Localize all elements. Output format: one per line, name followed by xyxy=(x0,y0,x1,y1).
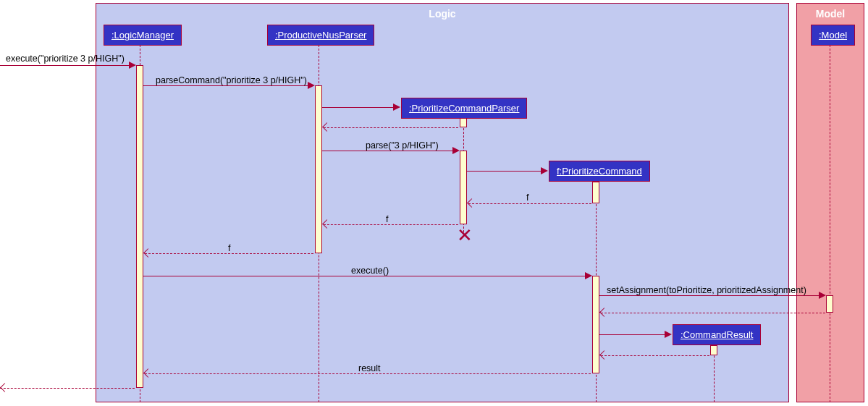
participant-label: f:PrioritizeCommand xyxy=(557,166,642,177)
msg-f1-label: f xyxy=(526,193,528,203)
participant-commandresult: :CommandResult xyxy=(673,324,761,345)
arrow-create-pcp xyxy=(322,107,399,108)
arrow-return-pcp1 xyxy=(324,127,458,128)
participant-label: :ProductiveNusParser xyxy=(275,30,366,41)
arrow-execute2 xyxy=(143,276,591,276)
arrow-create-cr xyxy=(599,334,670,335)
arrow-execute2-head xyxy=(585,272,592,279)
activation-pcp-2 xyxy=(460,151,467,224)
msg-execute-label: execute("prioritize 3 p/HIGH") xyxy=(6,54,125,64)
participant-prioritizecommandparser: :PrioritizeCommandParser xyxy=(401,98,527,119)
arrow-return-external xyxy=(0,388,135,389)
activation-model xyxy=(826,295,833,313)
box-logic-title: Logic xyxy=(96,4,788,20)
activation-productivenusparser xyxy=(315,85,322,253)
participant-logicmanager: :LogicManager xyxy=(104,25,182,46)
msg-f3-label: f xyxy=(228,243,230,253)
msg-result-label: result xyxy=(358,363,381,373)
arrow-return-external-head xyxy=(0,383,9,392)
participant-label: :Model xyxy=(819,30,847,41)
box-model: Model xyxy=(796,3,864,402)
arrow-f3 xyxy=(145,253,313,254)
arrow-create-fpc xyxy=(467,171,547,172)
sequence-diagram: Logic Model :LogicManager :ProductiveNus… xyxy=(0,0,868,406)
arrow-parsecommand xyxy=(143,85,313,86)
arrow-return-cr xyxy=(601,355,709,356)
msg-f2-label: f xyxy=(386,214,388,224)
arrow-f1 xyxy=(468,203,591,204)
arrow-parse xyxy=(322,151,458,151)
participant-label: :CommandResult xyxy=(681,329,753,340)
activation-pcp-1 xyxy=(460,118,467,127)
arrow-parse-head xyxy=(452,147,460,154)
arrow-execute-head xyxy=(129,62,136,69)
activation-commandresult xyxy=(710,345,717,355)
lifeline-model xyxy=(830,45,830,402)
box-model-title: Model xyxy=(797,4,864,20)
activation-fpc-2 xyxy=(592,276,599,373)
arrow-f2 xyxy=(324,224,458,225)
destroy-pcp: ✕ xyxy=(457,226,473,245)
arrow-result xyxy=(145,373,591,374)
arrow-create-cr-head xyxy=(665,331,672,338)
msg-setassignment-label: setAssignment(toPrioritize, prioritizedA… xyxy=(607,285,806,295)
arrow-setassignment-head xyxy=(819,292,826,299)
participant-productivenusparser: :ProductiveNusParser xyxy=(267,25,374,46)
arrow-create-fpc-head xyxy=(541,167,548,174)
participant-label: :LogicManager xyxy=(111,30,174,41)
participant-prioritizecommand: f:PrioritizeCommand xyxy=(549,161,650,182)
activation-logicmanager xyxy=(136,65,143,388)
msg-execute2-label: execute() xyxy=(351,266,389,276)
arrow-create-pcp-head xyxy=(393,103,400,111)
msg-parse-label: parse("3 p/HIGH") xyxy=(366,140,439,151)
arrow-return-model xyxy=(601,313,825,313)
participant-label: :PrioritizeCommandParser xyxy=(409,103,519,114)
arrow-parsecommand-head xyxy=(308,82,315,89)
arrow-execute xyxy=(0,65,135,66)
participant-model: :Model xyxy=(811,25,855,46)
activation-fpc-1 xyxy=(592,182,599,203)
msg-parsecommand-label: parseCommand("prioritize 3 p/HIGH") xyxy=(156,75,307,85)
arrow-setassignment xyxy=(599,295,825,296)
